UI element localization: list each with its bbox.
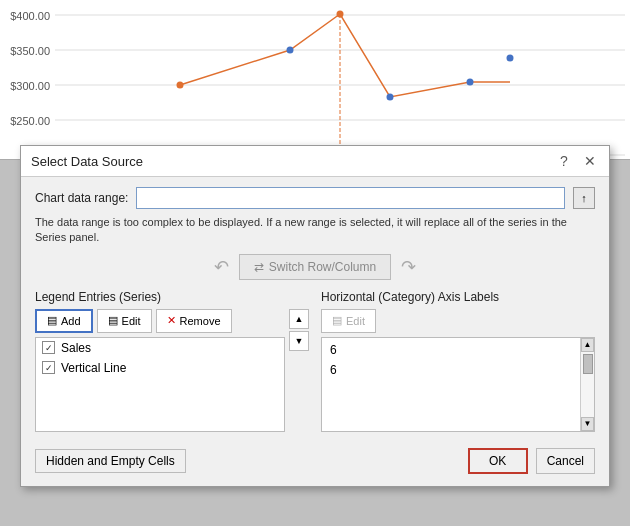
panels-row: Legend Entries (Series) ▤ Add ▤ Edit <box>35 290 595 432</box>
list-item[interactable]: ✓ Sales <box>36 338 284 358</box>
switch-row: ↶ ⇄ Switch Row/Column ↷ <box>35 254 595 280</box>
axis-item[interactable]: 6 <box>326 360 576 380</box>
scrollbar-up-btn[interactable]: ▲ <box>581 338 594 352</box>
axis-scrollbar[interactable]: ▲ ▼ <box>580 338 594 431</box>
close-button[interactable]: ✕ <box>581 152 599 170</box>
data-range-collapse-btn[interactable]: ↑ <box>573 187 595 209</box>
remove-icon: ✕ <box>167 314 176 327</box>
ok-btn[interactable]: OK <box>468 448 528 474</box>
move-down-btn[interactable]: ▼ <box>289 331 309 351</box>
svg-point-12 <box>387 94 394 101</box>
bottom-right-buttons: OK Cancel <box>468 448 595 474</box>
axis-item[interactable]: 6 <box>326 340 576 360</box>
dialog-titlebar: Select Data Source ? ✕ <box>21 146 609 177</box>
svg-point-13 <box>467 79 474 86</box>
svg-point-10 <box>287 47 294 54</box>
up-down-buttons: ▲ ▼ <box>289 309 309 351</box>
select-data-source-dialog: Select Data Source ? ✕ Chart data range:… <box>20 145 610 487</box>
dialog-body: Chart data range: ↑ The data range is to… <box>21 177 609 486</box>
legend-list: ✓ Sales ✓ Vertical Line <box>35 337 285 432</box>
remove-label: Remove <box>180 315 221 327</box>
list-item[interactable]: ✓ Vertical Line <box>36 358 284 378</box>
remove-series-btn[interactable]: ✕ Remove <box>156 309 232 333</box>
data-range-label: Chart data range: <box>35 191 128 205</box>
warning-text: The data range is too complex to be disp… <box>35 215 595 246</box>
svg-point-9 <box>177 82 184 89</box>
data-range-row: Chart data range: ↑ <box>35 187 595 209</box>
scrollbar-thumb[interactable] <box>583 354 593 374</box>
sales-label: Sales <box>61 341 91 355</box>
legend-toolbar: ▤ Add ▤ Edit ✕ Remove <box>35 309 285 333</box>
arrow-left-icon: ↶ <box>214 256 229 278</box>
collapse-icon: ↑ <box>581 192 587 204</box>
svg-point-14 <box>507 55 514 62</box>
vertical-line-label: Vertical Line <box>61 361 126 375</box>
help-button[interactable]: ? <box>555 152 573 170</box>
axis-edit-label: Edit <box>346 315 365 327</box>
scrollbar-track <box>581 352 594 417</box>
sales-checkbox[interactable]: ✓ <box>42 341 55 354</box>
svg-text:$400.00: $400.00 <box>10 10 50 22</box>
svg-text:$350.00: $350.00 <box>10 45 50 57</box>
switch-icon: ⇄ <box>254 260 264 274</box>
legend-panel: Legend Entries (Series) ▤ Add ▤ Edit <box>35 290 309 432</box>
switch-btn-label: Switch Row/Column <box>269 260 376 274</box>
axis-list: 6 6 ▲ ▼ <box>321 337 595 432</box>
dialog-controls: ? ✕ <box>555 152 599 170</box>
axis-panel: Horizontal (Category) Axis Labels ▤ Edit… <box>321 290 595 432</box>
data-range-input[interactable] <box>136 187 565 209</box>
axis-panel-label: Horizontal (Category) Axis Labels <box>321 290 595 304</box>
arrow-right-icon: ↷ <box>401 256 416 278</box>
bottom-row: Hidden and Empty Cells OK Cancel <box>35 442 595 476</box>
dialog-title: Select Data Source <box>31 154 143 169</box>
hidden-cells-btn[interactable]: Hidden and Empty Cells <box>35 449 186 473</box>
axis-toolbar: ▤ Edit <box>321 309 595 333</box>
switch-row-column-btn[interactable]: ⇄ Switch Row/Column <box>239 254 391 280</box>
vertical-line-checkbox[interactable]: ✓ <box>42 361 55 374</box>
svg-text:$300.00: $300.00 <box>10 80 50 92</box>
scrollbar-down-btn[interactable]: ▼ <box>581 417 594 431</box>
edit-series-btn[interactable]: ▤ Edit <box>97 309 152 333</box>
axis-list-content: 6 6 <box>322 338 580 431</box>
edit-label: Edit <box>122 315 141 327</box>
cancel-btn[interactable]: Cancel <box>536 448 595 474</box>
move-up-btn[interactable]: ▲ <box>289 309 309 329</box>
edit-icon: ▤ <box>108 314 118 327</box>
add-label: Add <box>61 315 81 327</box>
edit-axis-btn[interactable]: ▤ Edit <box>321 309 376 333</box>
chart-area: $400.00 $350.00 $300.00 $250.00 <box>0 0 630 160</box>
svg-text:$250.00: $250.00 <box>10 115 50 127</box>
add-series-btn[interactable]: ▤ Add <box>35 309 93 333</box>
legend-panel-label: Legend Entries (Series) <box>35 290 309 304</box>
axis-edit-icon: ▤ <box>332 314 342 327</box>
add-icon: ▤ <box>47 314 57 327</box>
